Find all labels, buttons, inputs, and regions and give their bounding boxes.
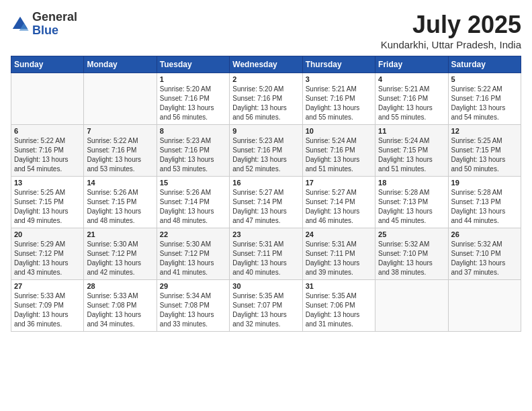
day-cell: 27Sunrise: 5:33 AM Sunset: 7:09 PM Dayli… xyxy=(11,280,84,332)
day-info: Sunrise: 5:21 AM Sunset: 7:16 PM Dayligh… xyxy=(378,85,445,122)
day-number: 16 xyxy=(232,179,299,187)
day-cell: 24Sunrise: 5:31 AM Sunset: 7:11 PM Dayli… xyxy=(302,228,375,280)
week-row-0: 1Sunrise: 5:20 AM Sunset: 7:16 PM Daylig… xyxy=(11,73,521,125)
day-info: Sunrise: 5:25 AM Sunset: 7:15 PM Dayligh… xyxy=(14,188,81,226)
header-wednesday: Wednesday xyxy=(230,56,302,73)
day-info: Sunrise: 5:27 AM Sunset: 7:14 PM Dayligh… xyxy=(306,188,372,226)
day-cell: 31Sunrise: 5:35 AM Sunset: 7:06 PM Dayli… xyxy=(302,280,375,332)
day-cell xyxy=(11,73,84,125)
day-cell: 25Sunrise: 5:32 AM Sunset: 7:10 PM Dayli… xyxy=(375,228,448,280)
day-cell: 7Sunrise: 5:22 AM Sunset: 7:16 PM Daylig… xyxy=(84,125,157,177)
header-thursday: Thursday xyxy=(302,56,375,73)
day-cell: 23Sunrise: 5:31 AM Sunset: 7:11 PM Dayli… xyxy=(230,228,302,280)
logo-blue: Blue xyxy=(32,24,58,37)
week-row-2: 13Sunrise: 5:25 AM Sunset: 7:15 PM Dayli… xyxy=(11,177,521,228)
day-cell: 20Sunrise: 5:29 AM Sunset: 7:12 PM Dayli… xyxy=(11,228,84,280)
day-info: Sunrise: 5:34 AM Sunset: 7:08 PM Dayligh… xyxy=(160,291,226,329)
day-cell: 26Sunrise: 5:32 AM Sunset: 7:10 PM Dayli… xyxy=(448,228,521,280)
day-cell: 14Sunrise: 5:26 AM Sunset: 7:15 PM Dayli… xyxy=(84,177,157,228)
day-cell: 8Sunrise: 5:23 AM Sunset: 7:16 PM Daylig… xyxy=(157,125,229,177)
day-info: Sunrise: 5:33 AM Sunset: 7:08 PM Dayligh… xyxy=(87,291,153,329)
day-number: 13 xyxy=(14,179,81,187)
day-number: 10 xyxy=(306,127,372,135)
logo-icon xyxy=(11,15,30,34)
day-info: Sunrise: 5:25 AM Sunset: 7:15 PM Dayligh… xyxy=(451,136,518,174)
day-cell: 22Sunrise: 5:30 AM Sunset: 7:12 PM Dayli… xyxy=(157,228,229,280)
header-tuesday: Tuesday xyxy=(157,56,229,73)
day-cell: 1Sunrise: 5:20 AM Sunset: 7:16 PM Daylig… xyxy=(157,73,229,125)
day-number: 28 xyxy=(87,282,153,290)
day-number: 24 xyxy=(306,230,372,238)
day-number: 9 xyxy=(232,127,299,135)
day-number: 31 xyxy=(306,282,372,290)
day-info: Sunrise: 5:35 AM Sunset: 7:07 PM Dayligh… xyxy=(232,291,299,329)
day-cell: 29Sunrise: 5:34 AM Sunset: 7:08 PM Dayli… xyxy=(157,280,229,332)
day-number: 20 xyxy=(14,230,81,238)
day-number: 1 xyxy=(160,75,226,83)
day-cell: 11Sunrise: 5:24 AM Sunset: 7:15 PM Dayli… xyxy=(375,125,448,177)
day-number: 5 xyxy=(451,75,518,83)
day-info: Sunrise: 5:32 AM Sunset: 7:10 PM Dayligh… xyxy=(451,240,518,277)
day-number: 6 xyxy=(14,127,81,135)
day-cell: 28Sunrise: 5:33 AM Sunset: 7:08 PM Dayli… xyxy=(84,280,157,332)
header-monday: Monday xyxy=(84,56,157,73)
day-info: Sunrise: 5:27 AM Sunset: 7:14 PM Dayligh… xyxy=(232,188,299,226)
logo-text: General Blue xyxy=(32,11,77,38)
day-number: 22 xyxy=(160,230,226,238)
header-sunday: Sunday xyxy=(11,56,84,73)
day-info: Sunrise: 5:22 AM Sunset: 7:16 PM Dayligh… xyxy=(87,136,153,174)
day-cell xyxy=(84,73,157,125)
week-row-1: 6Sunrise: 5:22 AM Sunset: 7:16 PM Daylig… xyxy=(11,125,521,177)
day-number: 30 xyxy=(232,282,299,290)
day-info: Sunrise: 5:29 AM Sunset: 7:12 PM Dayligh… xyxy=(14,240,81,277)
day-cell: 17Sunrise: 5:27 AM Sunset: 7:14 PM Dayli… xyxy=(302,177,375,228)
day-cell: 19Sunrise: 5:28 AM Sunset: 7:13 PM Dayli… xyxy=(448,177,521,228)
day-cell xyxy=(448,280,521,332)
day-cell: 21Sunrise: 5:30 AM Sunset: 7:12 PM Dayli… xyxy=(84,228,157,280)
day-info: Sunrise: 5:23 AM Sunset: 7:16 PM Dayligh… xyxy=(232,136,299,174)
day-info: Sunrise: 5:22 AM Sunset: 7:16 PM Dayligh… xyxy=(451,85,518,122)
day-info: Sunrise: 5:24 AM Sunset: 7:15 PM Dayligh… xyxy=(378,136,445,174)
day-cell: 5Sunrise: 5:22 AM Sunset: 7:16 PM Daylig… xyxy=(448,73,521,125)
month-title: July 2025 xyxy=(381,11,521,39)
day-info: Sunrise: 5:22 AM Sunset: 7:16 PM Dayligh… xyxy=(14,136,81,174)
day-info: Sunrise: 5:23 AM Sunset: 7:16 PM Dayligh… xyxy=(160,136,226,174)
day-number: 11 xyxy=(378,127,445,135)
day-cell: 10Sunrise: 5:24 AM Sunset: 7:16 PM Dayli… xyxy=(302,125,375,177)
day-number: 18 xyxy=(378,179,445,187)
day-number: 25 xyxy=(378,230,445,238)
day-info: Sunrise: 5:26 AM Sunset: 7:15 PM Dayligh… xyxy=(87,188,153,226)
week-row-3: 20Sunrise: 5:29 AM Sunset: 7:12 PM Dayli… xyxy=(11,228,521,280)
day-number: 4 xyxy=(378,75,445,83)
day-cell: 6Sunrise: 5:22 AM Sunset: 7:16 PM Daylig… xyxy=(11,125,84,177)
day-number: 2 xyxy=(232,75,299,83)
day-cell: 30Sunrise: 5:35 AM Sunset: 7:07 PM Dayli… xyxy=(230,280,302,332)
calendar-header: SundayMondayTuesdayWednesdayThursdayFrid… xyxy=(11,56,521,73)
day-number: 14 xyxy=(87,179,153,187)
day-info: Sunrise: 5:20 AM Sunset: 7:16 PM Dayligh… xyxy=(232,85,299,122)
calendar-body: 1Sunrise: 5:20 AM Sunset: 7:16 PM Daylig… xyxy=(11,73,521,332)
day-info: Sunrise: 5:33 AM Sunset: 7:09 PM Dayligh… xyxy=(14,291,81,329)
day-number: 27 xyxy=(14,282,81,290)
header-row: SundayMondayTuesdayWednesdayThursdayFrid… xyxy=(11,56,521,73)
day-info: Sunrise: 5:31 AM Sunset: 7:11 PM Dayligh… xyxy=(306,240,372,277)
day-cell: 3Sunrise: 5:21 AM Sunset: 7:16 PM Daylig… xyxy=(302,73,375,125)
day-info: Sunrise: 5:30 AM Sunset: 7:12 PM Dayligh… xyxy=(160,240,226,277)
day-cell: 12Sunrise: 5:25 AM Sunset: 7:15 PM Dayli… xyxy=(448,125,521,177)
day-number: 8 xyxy=(160,127,226,135)
logo: General Blue xyxy=(11,11,77,38)
logo-general: General xyxy=(32,10,77,24)
day-number: 19 xyxy=(451,179,518,187)
day-info: Sunrise: 5:28 AM Sunset: 7:13 PM Dayligh… xyxy=(451,188,518,226)
location: Kundarkhi, Uttar Pradesh, India xyxy=(381,39,521,50)
week-row-4: 27Sunrise: 5:33 AM Sunset: 7:09 PM Dayli… xyxy=(11,280,521,332)
day-cell: 9Sunrise: 5:23 AM Sunset: 7:16 PM Daylig… xyxy=(230,125,302,177)
day-info: Sunrise: 5:24 AM Sunset: 7:16 PM Dayligh… xyxy=(306,136,372,174)
day-cell: 2Sunrise: 5:20 AM Sunset: 7:16 PM Daylig… xyxy=(230,73,302,125)
day-cell: 15Sunrise: 5:26 AM Sunset: 7:14 PM Dayli… xyxy=(157,177,229,228)
day-number: 3 xyxy=(306,75,372,83)
calendar-table: SundayMondayTuesdayWednesdayThursdayFrid… xyxy=(11,56,521,332)
title-block: July 2025 Kundarkhi, Uttar Pradesh, Indi… xyxy=(381,11,521,50)
day-info: Sunrise: 5:21 AM Sunset: 7:16 PM Dayligh… xyxy=(306,85,372,122)
day-number: 12 xyxy=(451,127,518,135)
